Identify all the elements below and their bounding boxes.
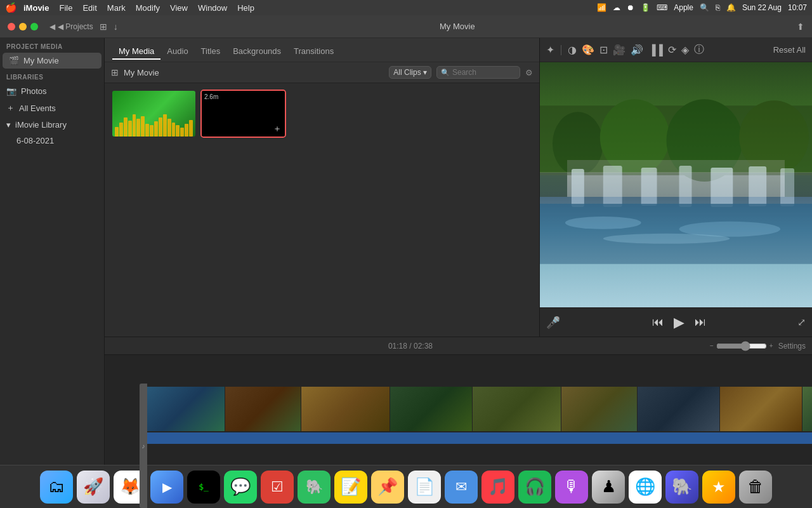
tab-audio[interactable]: Audio [160, 44, 194, 60]
dock: 🗂 🚀 🦊 ▶ $_ 💬 ☑ 🐘 📝 📌 📄 ✉ 🎵 🎧 🎙 ♟ 🌐 🐘 ★ 🗑 [0, 465, 812, 508]
dock-notes[interactable]: 📝 [334, 471, 367, 504]
all-clips-dropdown[interactable]: All Clips ▾ [389, 66, 431, 79]
dock-spotify[interactable]: 🎧 [518, 471, 551, 504]
settings-button[interactable]: Settings [778, 342, 806, 351]
timeline-timecode: 01:18 / 02:38 [111, 342, 710, 351]
menu-edit[interactable]: Edit [82, 3, 96, 13]
sidebar-item-photos[interactable]: 📷 Photos [0, 83, 104, 99]
dock-swift-playgrounds[interactable]: ▶ [150, 471, 183, 504]
dock-chrome[interactable]: 🌐 [629, 471, 662, 504]
dock-whatsapp[interactable]: 💬 [224, 471, 257, 504]
menu-view[interactable]: View [170, 3, 188, 13]
notification-icon[interactable]: 🔔 [726, 3, 736, 12]
magic-wand-icon[interactable]: ✦ [546, 44, 554, 56]
speed-icon[interactable]: ⟳ [668, 44, 676, 56]
film-segment-9[interactable] [802, 387, 812, 431]
settings-gear-icon[interactable]: ⚙ [525, 68, 533, 77]
film-segment-5[interactable] [473, 387, 561, 431]
film-segment-6[interactable] [561, 387, 638, 431]
dock-launchpad[interactable]: 🚀 [77, 471, 110, 504]
clip-item-1[interactable] [111, 90, 197, 138]
stabilization-icon[interactable]: 🎥 [613, 44, 625, 56]
menu-modify[interactable]: Modify [136, 3, 160, 13]
menu-file[interactable]: File [59, 3, 72, 13]
reset-all-button[interactable]: Reset All [773, 45, 806, 55]
waveform-display [112, 111, 195, 137]
dock-reeder[interactable]: ★ [702, 471, 735, 504]
menubar: 🍎 iMovie File Edit Mark Modify View Wind… [0, 0, 812, 15]
menu-help[interactable]: Help [237, 3, 254, 13]
clips-toggle-icon[interactable]: ⊞ [111, 67, 119, 77]
clips-section: My Media Audio Titles Backgrounds Transi… [105, 38, 539, 337]
layout-toggle[interactable]: ⊞ [100, 22, 107, 32]
app-name[interactable]: iMovie [23, 3, 49, 13]
film-segment-7[interactable] [638, 387, 720, 431]
sidebar-item-my-movie[interactable]: 🎬 My Movie [3, 53, 102, 69]
skip-to-start-icon[interactable]: ⏮ [652, 316, 664, 329]
dock-texteditor[interactable]: 📄 [408, 471, 441, 504]
sidebar-item-date[interactable]: 6-08-2021 [0, 133, 104, 149]
volume-icon[interactable]: 🔊 [631, 44, 643, 56]
microphone-icon[interactable]: 🎤 [546, 316, 560, 330]
clip-item-2[interactable]: 2.6m ＋ [200, 90, 286, 138]
dock-music[interactable]: 🎵 [481, 471, 514, 504]
minimize-button[interactable] [19, 23, 27, 30]
time-separator: / [409, 342, 414, 351]
zoom-in-icon[interactable]: + [769, 342, 773, 349]
dock-terminal[interactable]: $_ [187, 471, 220, 504]
play-button[interactable]: ▶ [674, 314, 684, 331]
film-segment-2[interactable] [225, 387, 301, 431]
noise-reduction-icon[interactable]: ▐▐ [648, 44, 663, 56]
film-segment-1[interactable] [143, 387, 225, 431]
film-segment-4[interactable] [390, 387, 473, 431]
total-time: 02:38 [414, 342, 433, 351]
search-container: 🔍 [436, 66, 520, 79]
share-icon[interactable]: ⬆ [797, 22, 804, 32]
tab-titles[interactable]: Titles [195, 44, 227, 60]
search-icon[interactable]: 🔍 [700, 3, 709, 12]
svg-point-4 [739, 100, 809, 174]
crop-icon[interactable]: ⊡ [599, 44, 608, 56]
sidebar-item-all-events[interactable]: ＋ All Events [0, 99, 104, 117]
filmstrip [143, 387, 812, 431]
close-button[interactable] [8, 23, 15, 30]
dock-mail[interactable]: ✉ [445, 471, 478, 504]
apple-menu-icon[interactable]: 🍎 [5, 2, 17, 13]
sort-icon[interactable]: ↓ [114, 22, 118, 32]
apple-id[interactable]: Apple [674, 3, 693, 12]
sidebar-item-imovie-library[interactable]: ▾ iMovie Library [0, 117, 104, 133]
dock-mastonaut[interactable]: 🐘 [665, 471, 698, 504]
clips-panel: ⊞ My Movie All Clips ▾ 🔍 ⚙ [105, 62, 539, 337]
info-icon[interactable]: ⓘ [694, 43, 704, 57]
back-button[interactable]: ◀ ◀ Projects [49, 22, 93, 31]
dock-podcasts[interactable]: 🎙 [555, 471, 588, 504]
timeline-left-handle[interactable]: ♪ [140, 384, 147, 508]
menu-mark[interactable]: Mark [107, 3, 126, 13]
skip-to-end-icon[interactable]: ⏭ [695, 316, 706, 329]
dock-trash[interactable]: 🗑 [739, 471, 772, 504]
clip-add-button[interactable]: ＋ [272, 123, 283, 135]
film-segment-8[interactable] [720, 387, 802, 431]
dock-evernote[interactable]: 🐘 [298, 471, 331, 504]
tab-my-media[interactable]: My Media [112, 44, 160, 60]
fullscreen-icon[interactable]: ⤢ [797, 316, 806, 328]
main-area: PROJECT MEDIA 🎬 My Movie LIBRARIES 📷 Pho… [0, 38, 812, 508]
film-segment-3[interactable] [301, 387, 390, 431]
search-input[interactable] [452, 68, 516, 77]
dock-todoist[interactable]: ☑ [261, 471, 294, 504]
zoom-out-icon[interactable]: − [710, 342, 714, 349]
svg-point-2 [600, 99, 670, 175]
control-icon[interactable]: ⎘ [716, 3, 720, 12]
maximize-button[interactable] [30, 23, 38, 30]
color-correction-icon[interactable]: 🎨 [582, 44, 594, 56]
dock-finder[interactable]: 🗂 [40, 471, 73, 504]
zoom-slider[interactable] [716, 341, 767, 351]
color-balance-icon[interactable]: ◑ [568, 44, 577, 56]
tab-backgrounds[interactable]: Backgrounds [226, 44, 287, 60]
dock-stickies[interactable]: 📌 [371, 471, 404, 504]
wifi-icon: 📶 [597, 3, 606, 12]
color-board-icon[interactable]: ◈ [681, 44, 689, 56]
tab-transitions[interactable]: Transitions [287, 44, 340, 60]
dock-chess[interactable]: ♟ [592, 471, 625, 504]
menu-window[interactable]: Window [198, 3, 227, 13]
